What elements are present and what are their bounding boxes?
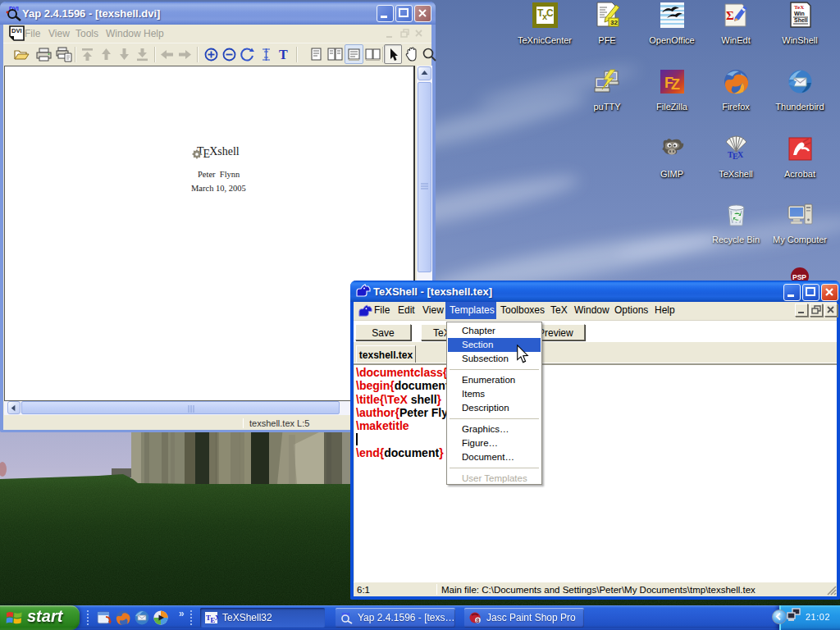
svg-text:DVI: DVI — [11, 27, 22, 34]
svg-text:T: T — [279, 48, 288, 62]
svg-text:8: 8 — [477, 618, 480, 623]
